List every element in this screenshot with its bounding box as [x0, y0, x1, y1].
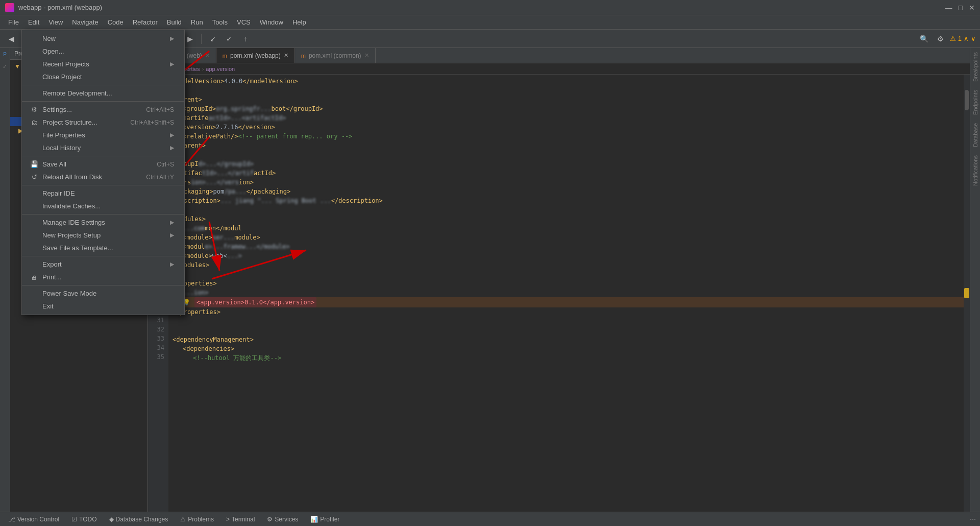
tab-problems[interactable]: ⚠ Problems	[176, 515, 218, 524]
vc-icon: ⎇	[8, 516, 15, 523]
code-line-15: <artifactId>...</artifactId>	[173, 169, 966, 178]
toolbar-search-btn[interactable]: 🔍	[917, 32, 932, 46]
menu-item-export[interactable]: Export ▶	[22, 258, 184, 271]
terminal-icon: >	[226, 516, 230, 523]
tab-terminal[interactable]: > Terminal	[222, 515, 259, 524]
editor-area: m pom.xml (web) ✕ m pom.xml (webapp) ✕ m…	[148, 48, 970, 512]
submenu-arrow: ▶	[170, 61, 174, 67]
todo-icon: ☑	[71, 516, 77, 523]
menu-item-power-save-mode[interactable]: Power Save Mode	[22, 287, 184, 300]
menu-window[interactable]: Window	[256, 17, 287, 28]
menu-item-save-all[interactable]: 💾 Save All Ctrl+S	[22, 158, 184, 171]
menu-item-save-file-template[interactable]: Save File as Template...	[22, 242, 184, 254]
project-icon[interactable]: P	[1, 50, 9, 58]
menu-edit[interactable]: Edit	[24, 17, 43, 28]
breadcrumb-appversion[interactable]: app.version	[206, 66, 235, 72]
commit-icon[interactable]: ✓	[1, 62, 9, 70]
toolbar-back-btn[interactable]: ◀	[4, 32, 18, 46]
code-line-11: <relativePath/> <!-- parent from rep... …	[173, 132, 966, 141]
scrollbar[interactable]	[964, 75, 970, 512]
menu-help[interactable]: Help	[288, 17, 310, 28]
menu-run[interactable]: Run	[187, 17, 207, 28]
item-label: Close Project	[42, 73, 82, 81]
sidebar-notifications[interactable]: Notifications	[972, 153, 978, 188]
scroll-position-marker	[964, 288, 969, 298]
item-label: Reload All from Disk	[42, 173, 102, 181]
submenu-arrow: ▶	[170, 132, 174, 138]
code-line-12: </parent>	[173, 141, 966, 150]
minimize-button[interactable]: —	[945, 4, 952, 12]
services-label: Services	[275, 516, 298, 523]
tab-pom-webapp[interactable]: m pom.xml (webapp) ✕	[216, 48, 295, 63]
menu-item-manage-ide-settings[interactable]: Manage IDE Settings ▶	[22, 216, 184, 229]
vc-label: Version Control	[17, 516, 59, 523]
menu-vcs[interactable]: VCS	[233, 17, 255, 28]
warning-indicator[interactable]: ⚠ 1 ∧ ∨	[950, 35, 976, 42]
menu-item-file-properties[interactable]: File Properties ▶	[22, 129, 184, 141]
scrollbar-thumb[interactable]	[965, 90, 969, 110]
item-label: File Properties	[42, 131, 85, 139]
shortcut: Ctrl+Alt+Shift+S	[130, 119, 174, 126]
code-line-21: ...common</modul	[173, 224, 966, 233]
separator-1	[22, 85, 184, 85]
item-label: Project Structure...	[42, 118, 97, 126]
item-label: Export	[42, 260, 62, 268]
sidebar-endpoints[interactable]: Endpoints	[972, 88, 978, 117]
menu-build[interactable]: Build	[163, 17, 186, 28]
tab-close-btn[interactable]: ✕	[284, 52, 288, 59]
menu-item-recent-projects[interactable]: Recent Projects ▶	[22, 58, 184, 70]
tab-services[interactable]: ⚙ Services	[263, 515, 302, 524]
menu-tools[interactable]: Tools	[208, 17, 232, 28]
tab-pom-common[interactable]: m pom.xml (common) ✕	[295, 48, 376, 63]
menu-view[interactable]: View	[44, 17, 67, 28]
separator-3	[22, 156, 184, 156]
app-logo	[5, 3, 14, 12]
reload-icon: ↺	[30, 173, 38, 181]
toolbar-push-btn[interactable]: ↑	[238, 32, 253, 46]
menu-item-local-history[interactable]: Local History ▶	[22, 141, 184, 154]
window-title: webapp - pom.xml (webapp)	[18, 4, 102, 11]
bottom-extra-icon[interactable]: ⋯	[970, 516, 976, 523]
toolbar-vcs-btn[interactable]: ↙	[206, 32, 220, 46]
menu-code[interactable]: Code	[104, 17, 128, 28]
item-label: Local History	[42, 144, 81, 152]
menu-item-repair-ide[interactable]: Repair IDE	[22, 187, 184, 200]
profiler-label: Profiler	[320, 516, 339, 523]
menu-item-new[interactable]: New ▶	[22, 32, 184, 45]
coverage-button[interactable]: ▶	[183, 32, 197, 46]
menu-item-print[interactable]: 🖨 Print...	[22, 271, 184, 283]
menu-item-close-project[interactable]: Close Project	[22, 70, 184, 83]
menu-refactor[interactable]: Refactor	[129, 17, 162, 28]
code-content[interactable]: <modelVersion>4.0.0</modelVersion> <pare…	[168, 75, 970, 512]
code-line-24: <module>web<...>	[173, 251, 966, 260]
maximize-button[interactable]: □	[959, 4, 963, 12]
tab-database-changes[interactable]: ◆ Database Changes	[105, 515, 173, 524]
tab-close-btn[interactable]: ✕	[205, 52, 210, 59]
menu-item-reload[interactable]: ↺ Reload All from Disk Ctrl+Alt+Y	[22, 171, 184, 183]
close-button[interactable]: ✕	[969, 4, 975, 12]
code-line-19	[173, 205, 966, 214]
toolbar-commit-btn[interactable]: ✓	[222, 32, 236, 46]
tab-version-control[interactable]: ⎇ Version Control	[4, 515, 63, 524]
menu-item-settings[interactable]: ⚙ Settings... Ctrl+Alt+S	[22, 103, 184, 116]
menu-item-exit[interactable]: Exit	[22, 300, 184, 313]
warning-up-btn[interactable]: ∧	[964, 35, 969, 42]
item-label: Save File as Template...	[42, 244, 113, 252]
toolbar-settings-btn[interactable]: ⚙	[934, 32, 948, 46]
sidebar-database[interactable]: Database	[972, 121, 978, 149]
tab-todo[interactable]: ☑ TODO	[67, 515, 101, 524]
breadcrumb: project › properties › app.version	[148, 63, 970, 75]
menu-item-invalidate-caches[interactable]: Invalidate Caches...	[22, 200, 184, 212]
warning-down-btn[interactable]: ∨	[971, 35, 976, 42]
warning-count: 1	[958, 35, 962, 42]
sidebar-breakpoints[interactable]: Breakpoints	[972, 50, 978, 84]
menu-file[interactable]: File	[4, 17, 23, 28]
menu-item-project-structure[interactable]: 🗂 Project Structure... Ctrl+Alt+Shift+S	[22, 116, 184, 129]
menu-item-new-projects-setup[interactable]: New Projects Setup ▶	[22, 229, 184, 242]
tab-close-btn[interactable]: ✕	[364, 52, 369, 59]
menu-item-open[interactable]: Open...	[22, 45, 184, 58]
menu-item-remote-development[interactable]: Remote Development...	[22, 87, 184, 100]
tab-profiler[interactable]: 📊 Profiler	[306, 515, 344, 524]
item-label: Settings...	[42, 106, 72, 113]
menu-navigate[interactable]: Navigate	[68, 17, 102, 28]
